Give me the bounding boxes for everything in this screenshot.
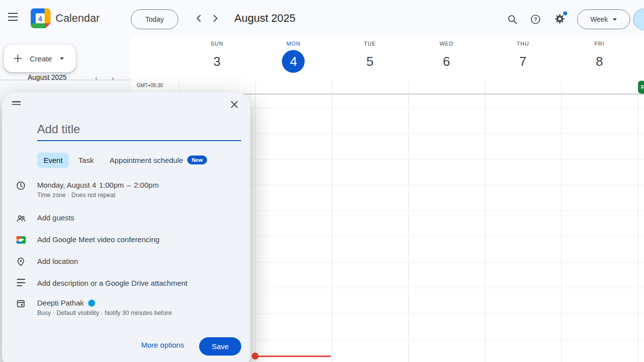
day-header-fri[interactable]: FRI8	[561, 41, 638, 73]
event-create-dialog: Add title EventTaskAppointment scheduleN…	[2, 92, 250, 362]
divider	[0, 80, 131, 80]
previous-week-button[interactable]	[192, 12, 204, 24]
next-week-button[interactable]	[210, 12, 221, 24]
new-badge: New	[187, 155, 208, 164]
plus-icon	[13, 53, 23, 63]
today-button[interactable]: Today	[131, 9, 178, 29]
day-name: THU	[485, 41, 561, 47]
day-number: 7	[512, 50, 535, 73]
tab-task[interactable]: Task	[72, 153, 100, 168]
timezone-label: GMT+05:30	[137, 83, 163, 88]
day-number: 3	[206, 50, 228, 73]
create-button[interactable]: Create	[4, 45, 76, 72]
description-icon	[15, 278, 27, 288]
current-time-dot	[252, 353, 259, 360]
add-guests-row[interactable]: Add guests	[15, 213, 241, 224]
column-divider	[332, 81, 332, 362]
profile-avatar[interactable]	[633, 8, 644, 30]
create-label: Create	[30, 54, 52, 63]
calendar-color-dot	[88, 300, 95, 307]
day-number: 4	[282, 50, 305, 73]
logo-day-number: 4	[36, 13, 45, 23]
add-description-row[interactable]: Add description or a Google Drive attach…	[15, 278, 241, 288]
mini-calendar-header: August 2025 ‹ ›	[0, 73, 131, 84]
caret-down-icon	[60, 57, 64, 60]
column-divider	[485, 81, 485, 362]
help-icon[interactable]: ?	[530, 13, 541, 25]
event-datetime: Monday, August 41:00pm–2:00pm	[37, 180, 161, 190]
day-name: TUE	[332, 41, 408, 47]
all-day-event-chip[interactable]: F	[638, 81, 644, 94]
day-name: SUN	[179, 41, 255, 47]
app-name: Calendar	[55, 0, 100, 37]
close-icon[interactable]	[225, 96, 243, 113]
column-divider	[638, 81, 638, 362]
notification-dot	[563, 11, 567, 15]
add-meet-row[interactable]: Add Google Meet video conferencing	[15, 235, 241, 245]
tab-appointment-schedule[interactable]: Appointment scheduleNew	[103, 152, 214, 168]
event-title-input[interactable]: Add title	[37, 120, 241, 141]
current-time-line	[255, 356, 331, 357]
column-divider	[561, 81, 562, 362]
day-name: WED	[408, 41, 484, 47]
add-location-row[interactable]: Add location	[15, 257, 241, 267]
day-number: 8	[588, 50, 611, 73]
calendar-event-icon	[15, 298, 27, 317]
datetime-row[interactable]: Monday, August 41:00pm–2:00pm Time zone …	[15, 180, 241, 200]
current-range-title: August 2025	[234, 0, 296, 37]
save-button[interactable]: Save	[199, 337, 241, 356]
mini-calendar-next-icon[interactable]: ›	[112, 74, 114, 82]
tab-event[interactable]: Event	[37, 153, 69, 168]
location-pin-icon	[15, 257, 27, 267]
google-meet-icon	[15, 235, 27, 245]
calendar-logo-icon[interactable]: 4	[31, 8, 51, 28]
guests-icon	[15, 213, 27, 224]
day-name: FRI	[561, 41, 638, 47]
drag-handle[interactable]	[12, 101, 22, 107]
day-header-thu[interactable]: THU7	[485, 41, 561, 73]
search-icon[interactable]	[506, 13, 518, 25]
view-selector-week[interactable]: Week	[577, 9, 630, 29]
column-divider	[408, 81, 409, 362]
day-header-mon[interactable]: MON4	[255, 41, 331, 73]
settings-gear-icon[interactable]	[554, 13, 566, 25]
mini-calendar-prev-icon[interactable]: ‹	[95, 74, 97, 82]
app-header: 4 Calendar Today August 2025 ?	[0, 0, 644, 37]
dialog-tabs: EventTaskAppointment scheduleNew	[37, 152, 214, 168]
day-number: 5	[359, 50, 381, 73]
day-header-tue[interactable]: TUE5	[332, 41, 408, 73]
hamburger-menu-icon[interactable]	[8, 13, 20, 24]
calendar-owner-row[interactable]: Deepti Pathak Busy · Default visibility …	[15, 298, 241, 317]
day-header-wed[interactable]: WED6	[408, 41, 484, 73]
svg-text:?: ?	[534, 16, 537, 22]
owner-name: Deepti Pathak	[37, 299, 84, 307]
all-day-divider	[179, 94, 644, 95]
day-number: 6	[435, 50, 458, 73]
column-divider	[255, 81, 256, 362]
owner-settings-text: Busy · Default visibility · Notify 30 mi…	[37, 309, 172, 317]
caret-down-icon	[613, 18, 617, 21]
more-options-button[interactable]: More options	[141, 341, 184, 349]
clock-icon	[15, 180, 27, 200]
day-header-sun[interactable]: SUN3	[179, 41, 255, 73]
day-name: MON	[255, 41, 331, 47]
timezone-repeat-text: Time zone · Does not repeat	[37, 191, 161, 200]
